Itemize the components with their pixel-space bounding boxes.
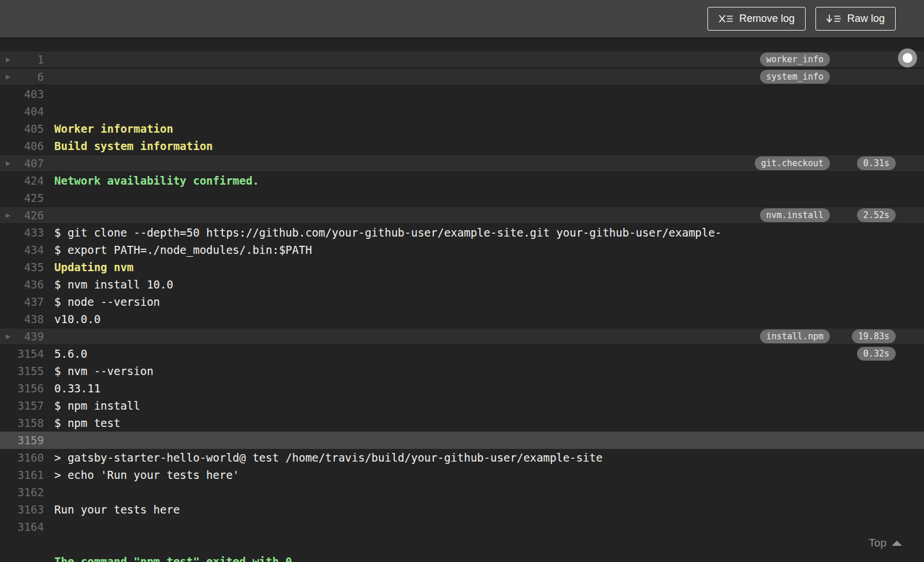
log-line: ▶ 426 $ nvm install 10.0 nvm.install 2.5… xyxy=(0,207,924,224)
line-number[interactable]: 435 xyxy=(0,258,44,276)
line-number[interactable]: 405 xyxy=(0,120,44,137)
line-number[interactable]: 3159 xyxy=(0,432,44,449)
line-number[interactable]: 433 xyxy=(0,224,44,241)
line-number[interactable]: 406 xyxy=(0,137,44,155)
raw-log-button[interactable]: Raw log xyxy=(815,7,896,31)
line-number[interactable]: 3161 xyxy=(0,466,44,484)
log-line: 3155 xyxy=(0,362,924,380)
fold-tag-badge: system_info xyxy=(760,70,830,84)
line-number[interactable]: 3154 xyxy=(0,345,44,362)
log-line: 3164 Done. Your build exited with 0. xyxy=(0,518,924,535)
fold-tag-badge: worker_info xyxy=(760,53,830,66)
log-line: 3160 xyxy=(0,449,924,466)
scroll-to-top-link[interactable]: Top xyxy=(869,537,902,549)
log-line: 3161 xyxy=(0,466,924,484)
log-line: 3156 > gatsby-starter-hello-world@ test … xyxy=(0,380,924,397)
log-line: 3158 xyxy=(0,414,924,432)
line-number[interactable]: 438 xyxy=(0,310,44,328)
log-line: 3163 xyxy=(0,501,924,518)
log-line: 406 xyxy=(0,137,924,155)
line-number[interactable]: 424 xyxy=(0,172,44,189)
log-line: 3159 Run your tests here xyxy=(0,432,924,449)
line-number[interactable]: 436 xyxy=(0,276,44,293)
log-line: 434 v10.0.0 xyxy=(0,241,924,258)
line-number[interactable]: 3156 xyxy=(0,380,44,397)
line-number[interactable]: 3162 xyxy=(0,484,44,501)
log-line: ▶ 439 $ npm install install.npm 19.83s xyxy=(0,328,924,345)
line-number[interactable]: 3160 xyxy=(0,449,44,466)
scroll-indicator-icon[interactable] xyxy=(898,48,917,68)
log-line: 405 xyxy=(0,120,924,137)
line-number[interactable]: 425 xyxy=(0,189,44,207)
line-number[interactable]: 404 xyxy=(0,103,44,120)
log-line: 404 Network availability confirmed. xyxy=(0,103,924,120)
line-number[interactable]: 3157 xyxy=(0,397,44,414)
log-line: 424 $ export PATH=./node_modules/.bin:$P… xyxy=(0,172,924,189)
raw-log-icon xyxy=(826,14,841,24)
remove-log-icon xyxy=(718,14,733,24)
log-line: 436 5.6.0 xyxy=(0,276,924,293)
log-line: 3157 > echo 'Run your tests here' xyxy=(0,397,924,414)
line-number[interactable]: 6 xyxy=(0,68,44,85)
log-line: 425 Updating nvm xyxy=(0,189,924,207)
fold-tag-badge: install.npm xyxy=(760,329,830,343)
line-number[interactable]: 439 xyxy=(0,328,44,345)
log-lines: ▶ 1 Worker information worker_info ▶ 6 B… xyxy=(0,51,924,535)
chevron-up-icon xyxy=(892,541,902,546)
remove-log-button[interactable]: Remove log xyxy=(707,7,806,31)
log-toolbar: Remove log Raw log xyxy=(0,0,924,39)
log-line: 438 0.33.11 xyxy=(0,310,924,328)
line-number[interactable]: 434 xyxy=(0,241,44,258)
raw-log-label: Raw log xyxy=(847,13,885,25)
line-number[interactable]: 3164 xyxy=(0,518,44,535)
fold-tag-badge: git.checkout xyxy=(755,156,830,170)
log-line: 403 xyxy=(0,85,924,103)
log-line: 437 $ nvm --version xyxy=(0,293,924,310)
line-number[interactable]: 3155 xyxy=(0,362,44,380)
log-line: ▶ 1 Worker information worker_info xyxy=(0,51,924,68)
line-number[interactable]: 437 xyxy=(0,293,44,310)
remove-log-label: Remove log xyxy=(739,13,795,25)
duration-badge: 2.52s xyxy=(857,208,896,222)
log-line: 3162 The command "npm test" exited with … xyxy=(0,484,924,501)
log-view: ▶ 1 Worker information worker_info ▶ 6 B… xyxy=(0,39,924,561)
line-number[interactable]: 1 xyxy=(0,51,44,68)
duration-badge: 0.32s xyxy=(857,347,896,361)
log-line: 435 $ npm --version xyxy=(0,258,924,276)
line-number[interactable]: 3158 xyxy=(0,414,44,432)
line-number[interactable]: 407 xyxy=(0,155,44,172)
duration-badge: 19.83s xyxy=(852,329,896,343)
log-line: 433 $ node --version xyxy=(0,224,924,241)
line-number[interactable]: 3163 xyxy=(0,501,44,518)
fold-tag-badge: nvm.install xyxy=(760,208,830,222)
duration-badge: 0.31s xyxy=(857,156,896,170)
log-line: ▶ 6 Build system information system_info xyxy=(0,68,924,85)
line-number[interactable]: 403 xyxy=(0,85,44,103)
log-line: ▶ 407 $ git clone --depth=50 https://git… xyxy=(0,155,924,172)
line-number[interactable]: 426 xyxy=(0,207,44,224)
log-line: 3154 $ npm test 0.32s xyxy=(0,345,924,362)
top-link-label: Top xyxy=(869,537,886,549)
